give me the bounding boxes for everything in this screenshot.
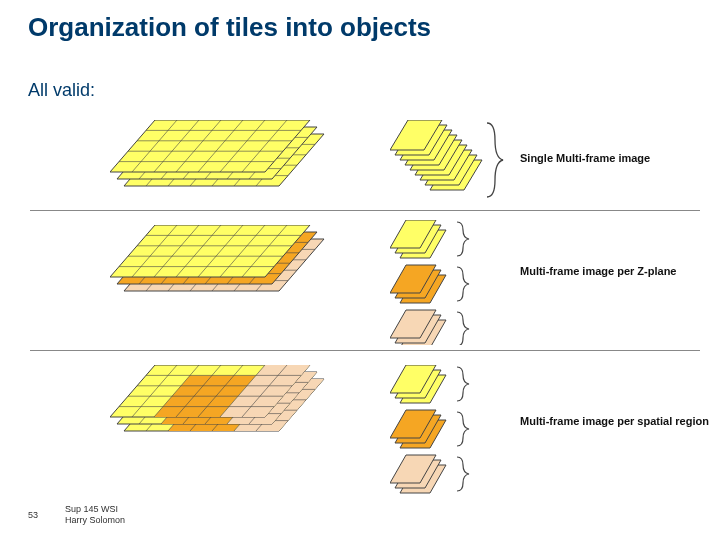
row2-grid-stack xyxy=(110,225,340,310)
row3-tile-stacks xyxy=(390,365,510,495)
row1-grid-stack xyxy=(110,120,340,205)
row2-label: Multi-frame image per Z-plane xyxy=(520,265,676,277)
subtitle: All valid: xyxy=(28,80,95,101)
row1-bracket xyxy=(485,120,510,200)
row3-label: Multi-frame image per spatial region xyxy=(520,415,709,427)
page-title: Organization of tiles into objects xyxy=(28,12,431,43)
row1-tile-stack xyxy=(390,120,500,200)
divider-1 xyxy=(30,210,700,211)
row3-grid-stack xyxy=(110,365,340,450)
row2-brackets xyxy=(455,220,480,345)
page-number: 53 xyxy=(28,510,38,520)
footer-text: Sup 145 WSI Harry Solomon xyxy=(65,504,125,526)
footer-line1: Sup 145 WSI xyxy=(65,504,118,514)
row1-label: Single Multi-frame image xyxy=(520,152,650,164)
footer-line2: Harry Solomon xyxy=(65,515,125,525)
divider-2 xyxy=(30,350,700,351)
row3-brackets xyxy=(455,365,480,495)
row2-tile-stacks xyxy=(390,220,510,345)
